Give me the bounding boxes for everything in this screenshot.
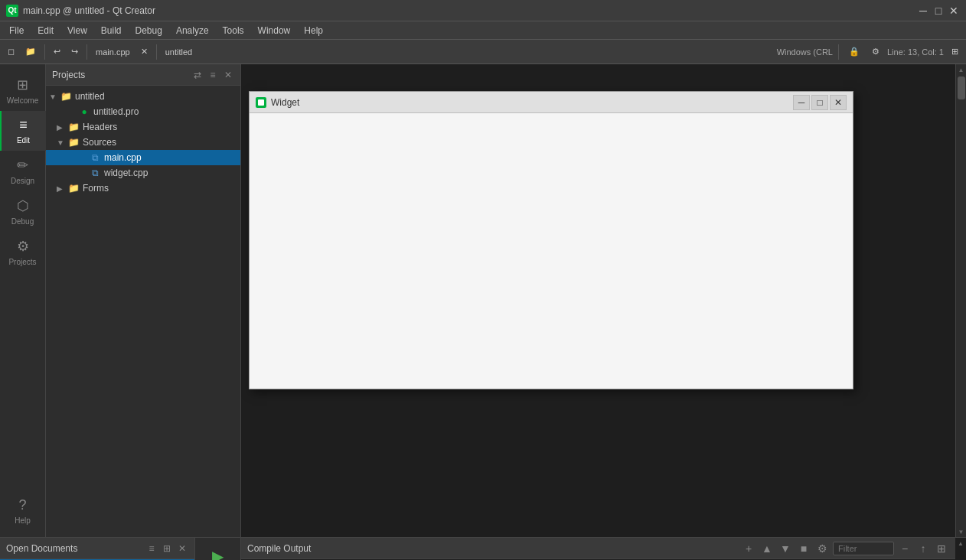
compile-prev-btn[interactable]: ▲ (759, 541, 775, 556)
cpp-file-icon: ⧉ (89, 151, 101, 164)
toolbar-file-tab[interactable]: main.cpp (91, 46, 135, 58)
sidebar-item-debug[interactable]: ⬡ Debug (0, 191, 46, 232)
menu-edit[interactable]: Edit (31, 24, 60, 37)
widget-app-icon (256, 97, 266, 108)
toolbar-tab2[interactable]: untitled (161, 46, 197, 58)
toolbar-separator-2 (86, 44, 87, 60)
compile-add-btn[interactable]: + (741, 541, 756, 556)
tree-arrow-untitled: ▼ (49, 93, 60, 101)
welcome-icon: ⊞ (17, 77, 28, 93)
main-toolbar: ◻ 📁 ↩ ↪ main.cpp ✕ untitled Windows (CRL… (0, 40, 966, 64)
editor-scrollbar[interactable]: ▲ ▼ (955, 64, 966, 537)
sidebar-label-design: Design (11, 177, 34, 185)
sidebar-item-welcome[interactable]: ⊞ Welcome (0, 70, 46, 111)
title-bar: Qt main.cpp @ untitled - Qt Creator ─ □ … (0, 0, 966, 21)
projects-sync-btn[interactable]: ⇄ (191, 69, 204, 81)
line-col-info: Line: 13, Col: 1 (887, 47, 944, 57)
projects-panel-controls: ⇄ ≡ ✕ (191, 69, 234, 81)
open-docs-close-btn[interactable]: ✕ (176, 542, 188, 555)
edit-icon: ≡ (19, 117, 28, 133)
scrollbar-down-btn[interactable]: ▼ (956, 526, 966, 537)
tree-label-sources: Sources (83, 137, 116, 148)
tree-item-main-cpp[interactable]: ⧉ main.cpp (46, 150, 240, 165)
maximize-button[interactable]: □ (932, 5, 945, 17)
scrollbar-track (956, 75, 966, 526)
open-docs-title: Open Documents (6, 543, 77, 554)
open-docs-grid-btn[interactable]: ⊞ (161, 542, 173, 555)
toolbar-new[interactable]: ◻ (3, 45, 19, 58)
compile-scrollbar[interactable]: ▲ ▼ (955, 538, 966, 560)
menu-view[interactable]: View (61, 24, 93, 37)
scrollbar-thumb[interactable] (958, 77, 965, 99)
run-play-btn[interactable]: ▶ (206, 544, 230, 560)
projects-filter-btn[interactable]: ≡ (207, 69, 219, 81)
title-bar-left: Qt main.cpp @ untitled - Qt Creator (6, 5, 155, 17)
compile-stop-btn[interactable]: ■ (796, 541, 811, 556)
sidebar-label-welcome: Welcome (7, 96, 39, 105)
headers-folder-icon: 📁 (67, 121, 80, 133)
project-tree: ▼ 📁 untitled ● untitled.pro ▶ 📁 Headers … (46, 86, 240, 537)
toolbar-undo[interactable]: ↩ (49, 45, 65, 58)
toolbar-expand[interactable]: ⊞ (947, 45, 963, 58)
compile-minus-btn[interactable]: − (897, 541, 912, 556)
widget-minimize-btn[interactable]: ─ (793, 95, 810, 110)
tree-item-forms[interactable]: ▶ 📁 Forms (46, 181, 240, 196)
main-layout: ⊞ Welcome ≡ Edit ✏ Design ⬡ Debug ⚙ Proj… (0, 64, 966, 537)
toolbar-open[interactable]: 📁 (21, 45, 41, 58)
tree-item-untitled-pro[interactable]: ● untitled.pro (46, 104, 240, 119)
toolbar-separator-4 (838, 44, 839, 60)
open-docs-sort-btn[interactable]: ≡ (145, 542, 158, 555)
compile-title: Compile Output (247, 543, 311, 554)
tree-item-untitled[interactable]: ▼ 📁 untitled (46, 89, 240, 104)
sidebar-item-projects[interactable]: ⚙ Projects (0, 232, 46, 272)
open-docs-panel: Open Documents ≡ ⊞ ✕ ⧉ main.cpp (0, 538, 195, 560)
projects-close-btn[interactable]: ✕ (222, 69, 234, 81)
widget-close-btn[interactable]: ✕ (830, 95, 847, 110)
compile-filter-input[interactable] (833, 542, 894, 555)
menu-window[interactable]: Window (252, 24, 297, 37)
compile-next-btn[interactable]: ▼ (778, 541, 793, 556)
menu-help[interactable]: Help (298, 24, 329, 37)
tree-label-untitled-pro: untitled.pro (93, 106, 139, 117)
toolbar-lock[interactable]: 🔒 (844, 45, 864, 58)
tree-arrow-sources: ▼ (57, 138, 67, 147)
widget-window[interactable]: Widget ─ □ ✕ (249, 91, 853, 389)
tree-item-widget-cpp[interactable]: ⧉ widget.cpp (46, 165, 240, 181)
debug-icon: ⬡ (17, 197, 29, 214)
toolbar-separator-1 (44, 44, 45, 60)
widget-maximize-btn[interactable]: □ (811, 95, 828, 110)
toolbar-close-file[interactable]: ✕ (136, 45, 152, 58)
menu-file[interactable]: File (3, 24, 30, 37)
tree-label-widget-cpp: widget.cpp (104, 168, 148, 178)
tree-label-headers: Headers (83, 122, 117, 132)
minimize-button[interactable]: ─ (917, 5, 929, 17)
menu-tools[interactable]: Tools (217, 24, 250, 37)
run-panel: ▶ ▷ 🔨 (195, 538, 241, 560)
help-icon: ? (18, 497, 26, 513)
menu-build[interactable]: Build (95, 24, 128, 37)
qt-logo: Qt (6, 5, 18, 17)
widget-title-bar: Widget ─ □ ✕ (250, 92, 853, 113)
sidebar-item-design[interactable]: ✏ Design (0, 151, 46, 191)
sidebar-item-edit[interactable]: ≡ Edit (0, 111, 46, 151)
tree-item-sources[interactable]: ▼ 📁 Sources (46, 135, 240, 150)
sidebar-item-help[interactable]: ? Help (0, 491, 46, 531)
platform-label: Windows (CRL (777, 47, 833, 57)
compile-settings-btn[interactable]: ⚙ (814, 541, 830, 556)
menu-bar: File Edit View Build Debug Analyze Tools… (0, 21, 966, 40)
toolbar-settings[interactable]: ⚙ (867, 45, 884, 58)
compile-controls: + ▲ ▼ ■ ⚙ − ↑ ⊞ (741, 541, 949, 556)
tree-item-headers[interactable]: ▶ 📁 Headers (46, 119, 240, 135)
menu-debug[interactable]: Debug (129, 24, 168, 37)
scrollbar-up-btn[interactable]: ▲ (956, 64, 966, 75)
tree-arrow-forms: ▶ (57, 184, 67, 193)
compile-fullscreen-btn[interactable]: ⊞ (934, 541, 949, 556)
compile-expand-btn[interactable]: ↑ (915, 541, 931, 556)
compile-scroll-up-btn[interactable]: ▲ (955, 538, 966, 549)
bottom-panels: Open Documents ≡ ⊞ ✕ ⧉ main.cpp (0, 538, 966, 560)
tree-label-forms: Forms (83, 183, 109, 194)
projects-panel-title: Projects (52, 70, 85, 80)
toolbar-redo[interactable]: ↪ (67, 45, 83, 58)
menu-analyze[interactable]: Analyze (170, 24, 215, 37)
close-button[interactable]: ✕ (948, 5, 960, 17)
